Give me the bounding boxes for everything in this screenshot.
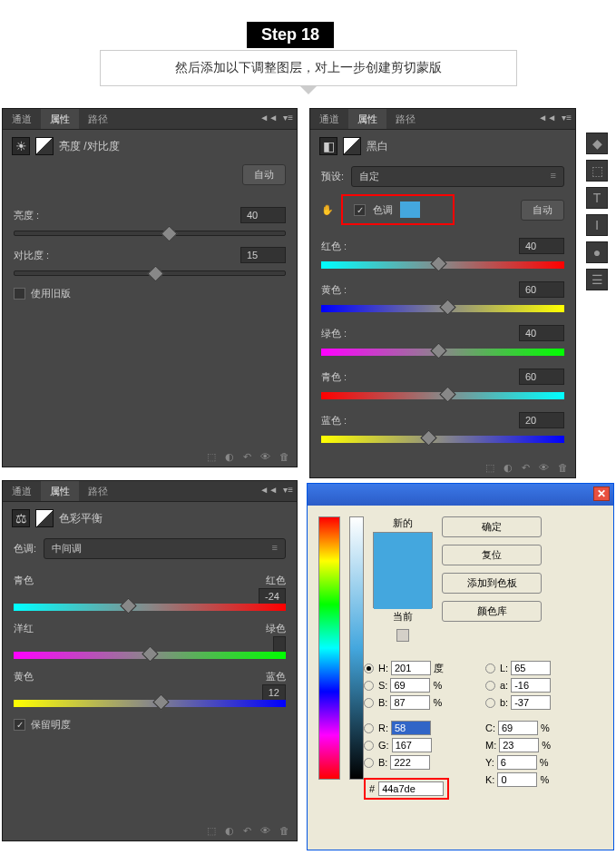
cb-value-1[interactable]: -24: [259, 588, 286, 604]
collapse-icon[interactable]: ◄◄: [259, 485, 278, 495]
r-radio[interactable]: [364, 723, 374, 733]
cyan-value[interactable]: 60: [519, 369, 564, 385]
reset-icon[interactable]: ↶: [522, 462, 530, 474]
cb-value-3[interactable]: 12: [262, 684, 286, 701]
bb-radio[interactable]: [364, 758, 374, 768]
cyan-red-slider[interactable]: [14, 604, 286, 611]
trash-icon[interactable]: 🗑: [279, 825, 289, 837]
green-slider[interactable]: [321, 349, 564, 356]
trash-icon[interactable]: 🗑: [558, 462, 568, 474]
tool-6[interactable]: ☰: [586, 269, 608, 290]
eye-icon[interactable]: 👁: [539, 462, 549, 474]
g-input[interactable]: [392, 738, 432, 752]
b-radio[interactable]: [364, 698, 374, 708]
l-input[interactable]: [511, 661, 551, 675]
eye-icon[interactable]: 👁: [260, 825, 270, 837]
eye-icon[interactable]: 👁: [260, 451, 270, 463]
tab-properties[interactable]: 属性: [41, 109, 79, 129]
cyan-slider[interactable]: [321, 392, 564, 399]
yellow-slider[interactable]: [321, 305, 564, 312]
r-input[interactable]: [391, 721, 431, 735]
m-input[interactable]: [499, 738, 539, 752]
h-radio[interactable]: [364, 663, 374, 673]
bb-input[interactable]: [390, 755, 430, 770]
lab-b-radio[interactable]: [485, 698, 495, 708]
hue-field[interactable]: [318, 516, 340, 780]
tab-channel[interactable]: 通道: [3, 109, 41, 129]
tab-channel[interactable]: 通道: [310, 109, 348, 129]
yellow-blue-slider[interactable]: [14, 700, 286, 707]
hex-input[interactable]: [378, 781, 444, 796]
cb-value-2[interactable]: [273, 636, 286, 653]
brightness-strip[interactable]: [349, 516, 364, 780]
legacy-checkbox[interactable]: [14, 288, 25, 300]
h-input[interactable]: [391, 661, 431, 675]
blue-value[interactable]: 20: [519, 412, 564, 428]
tool-1[interactable]: ◆: [586, 133, 608, 154]
a-radio[interactable]: [485, 681, 495, 691]
tool-4[interactable]: Ⅰ: [586, 214, 608, 236]
tint-checkbox[interactable]: [354, 204, 366, 216]
auto-button[interactable]: 自动: [242, 164, 286, 185]
websafe-icon[interactable]: [396, 629, 409, 642]
view-icon[interactable]: ◐: [225, 451, 234, 463]
view-icon[interactable]: ◐: [225, 825, 234, 837]
tool-2[interactable]: ⬚: [586, 160, 608, 182]
s-radio[interactable]: [364, 681, 374, 691]
tab-paths[interactable]: 路径: [79, 109, 117, 129]
reset-icon[interactable]: ↶: [243, 451, 251, 463]
reset-button[interactable]: 复位: [442, 545, 542, 565]
menu-icon[interactable]: ▾≡: [562, 113, 572, 123]
s-input[interactable]: [390, 678, 430, 693]
scrubby-icon[interactable]: ✋: [321, 204, 334, 216]
view-icon[interactable]: ◐: [504, 462, 513, 474]
trash-icon[interactable]: 🗑: [279, 451, 289, 463]
tab-properties[interactable]: 属性: [348, 109, 386, 129]
mask-thumb[interactable]: [343, 137, 361, 155]
yellow-value[interactable]: 60: [519, 281, 564, 298]
blue-slider[interactable]: [321, 436, 564, 443]
tool-3[interactable]: T: [586, 187, 608, 209]
k-input[interactable]: [497, 772, 537, 787]
tone-select[interactable]: 中间调: [44, 538, 286, 559]
clip-icon[interactable]: ⬚: [485, 462, 494, 474]
mask-thumb[interactable]: [35, 509, 54, 527]
tab-channel[interactable]: 通道: [3, 481, 41, 501]
preserve-checkbox[interactable]: [14, 719, 25, 731]
add-swatch-button[interactable]: 添加到色板: [442, 573, 542, 594]
libraries-button[interactable]: 颜色库: [442, 601, 542, 622]
ok-button[interactable]: 确定: [442, 516, 542, 537]
tab-properties[interactable]: 属性: [41, 481, 79, 501]
auto-button[interactable]: 自动: [521, 200, 564, 221]
titlebar[interactable]: ✕: [308, 484, 613, 506]
contrast-slider[interactable]: [14, 270, 286, 276]
tint-swatch[interactable]: [400, 201, 420, 218]
green-value[interactable]: 40: [519, 325, 564, 341]
brightness-slider[interactable]: [14, 231, 286, 236]
contrast-value[interactable]: 15: [240, 247, 286, 263]
red-value[interactable]: 40: [519, 238, 564, 254]
reset-icon[interactable]: ↶: [243, 825, 251, 837]
lab-b-input[interactable]: [511, 695, 551, 710]
red-slider[interactable]: [321, 261, 564, 269]
collapse-icon[interactable]: ◄◄: [259, 113, 278, 123]
tool-5[interactable]: ●: [586, 241, 608, 263]
brightness-value[interactable]: 40: [240, 207, 286, 223]
b-input[interactable]: [390, 695, 430, 710]
mask-thumb[interactable]: [35, 137, 54, 155]
y-input[interactable]: [497, 755, 537, 770]
tab-paths[interactable]: 路径: [386, 109, 425, 129]
a-input[interactable]: [511, 678, 551, 693]
menu-icon[interactable]: ▾≡: [283, 485, 293, 495]
l-radio[interactable]: [485, 663, 495, 673]
color-swatch[interactable]: [373, 532, 433, 608]
preset-select[interactable]: 自定: [351, 166, 564, 187]
clip-icon[interactable]: ⬚: [207, 825, 216, 837]
close-button[interactable]: ✕: [593, 486, 610, 501]
g-radio[interactable]: [364, 741, 374, 751]
tab-paths[interactable]: 路径: [79, 481, 117, 501]
menu-icon[interactable]: ▾≡: [283, 113, 293, 123]
c-input[interactable]: [498, 721, 538, 735]
magenta-green-slider[interactable]: [14, 652, 286, 659]
collapse-icon[interactable]: ◄◄: [538, 113, 556, 123]
